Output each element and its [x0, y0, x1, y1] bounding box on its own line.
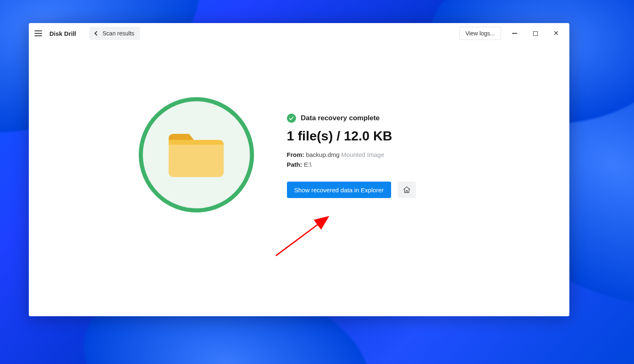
- close-icon: ✕: [553, 30, 559, 37]
- from-suffix: Mounted Image: [341, 151, 384, 158]
- maximize-icon: [533, 31, 538, 36]
- home-icon: [403, 186, 411, 194]
- folder-badge: [139, 97, 254, 212]
- titlebar-right: View logs... ✕: [459, 26, 565, 41]
- from-value: backup.dmg: [306, 151, 340, 158]
- file-summary: 1 file(s) / 12.0 KB: [287, 128, 460, 144]
- info-column: Data recovery complete 1 file(s) / 12.0 …: [287, 97, 460, 198]
- maximize-button[interactable]: [526, 26, 545, 41]
- minimize-button[interactable]: [505, 26, 524, 41]
- view-logs-button[interactable]: View logs...: [459, 27, 501, 40]
- chevron-left-icon: [94, 31, 99, 35]
- status-heading: Data recovery complete: [301, 114, 380, 122]
- check-icon: [287, 114, 296, 123]
- menu-icon[interactable]: [33, 28, 44, 39]
- minimize-icon: [512, 33, 517, 34]
- status-row: Data recovery complete: [287, 114, 460, 123]
- app-title: Disk Drill: [49, 30, 76, 37]
- app-window: Disk Drill Scan results View logs... ✕: [29, 23, 569, 316]
- action-row: Show recovered data in Explorer: [287, 182, 460, 198]
- home-button[interactable]: [398, 182, 416, 198]
- show-in-explorer-button[interactable]: Show recovered data in Explorer: [287, 182, 392, 198]
- from-label: From:: [287, 151, 305, 158]
- path-value: E:\: [304, 161, 311, 168]
- close-button[interactable]: ✕: [546, 26, 565, 41]
- breadcrumb-label: Scan results: [103, 30, 134, 37]
- from-row: From: backup.dmg Mounted Image: [287, 151, 460, 158]
- path-label: Path:: [287, 161, 303, 168]
- folder-icon: [166, 130, 226, 180]
- back-button[interactable]: Scan results: [89, 27, 140, 40]
- main-content: Data recovery complete 1 file(s) / 12.0 …: [29, 44, 569, 316]
- path-row: Path: E:\: [287, 161, 460, 168]
- titlebar: Disk Drill Scan results View logs... ✕: [29, 23, 569, 44]
